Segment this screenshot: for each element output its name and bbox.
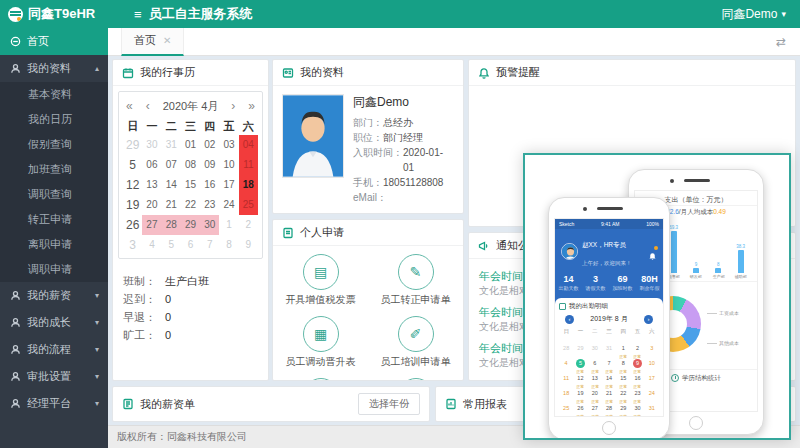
sidebar-group-profile[interactable]: 我的资料 ▴ (0, 55, 108, 82)
calendar-day[interactable]: 12 (123, 175, 142, 195)
field-value: 2020-01-01 (403, 145, 454, 175)
stat-row: 旷工： 0 (123, 326, 258, 344)
mini-day-tag: 正常 (575, 370, 586, 374)
hamburger-menu-icon[interactable]: ≡ (134, 7, 142, 22)
calendar-day[interactable]: 15 (181, 175, 200, 195)
apply-item-icon: ▦ (303, 316, 339, 352)
calendar-day[interactable]: 9 (239, 235, 258, 255)
sidebar-item[interactable]: 我的成长 ▾ (0, 309, 108, 336)
calendar-day[interactable]: 11 (239, 155, 258, 175)
calendar-day[interactable]: 23 (200, 195, 219, 215)
status-bar: Sketch 9:41 AM 100% (555, 219, 663, 229)
app-stats-row: 14 出勤天数 3 请假天数 69 加班时数 80H (555, 271, 663, 298)
clock-label: 9:41 AM (601, 221, 619, 227)
sidebar-subitem[interactable]: 调职查询 (0, 182, 108, 207)
card-header: 我的行事历 (113, 60, 268, 86)
calendar-day[interactable]: 08 (181, 155, 200, 175)
prev-month-button[interactable]: ‹ (146, 99, 150, 113)
calendar-day[interactable]: 29 (181, 215, 200, 235)
app-stat-label: 剩余年假 (636, 285, 663, 292)
calendar-day[interactable]: 8 (219, 235, 238, 255)
apply-item[interactable]: ✎ 员工转正申请单 (381, 254, 451, 306)
calendar-day[interactable]: 03 (219, 135, 238, 155)
mini-day-number: 31 (648, 404, 656, 412)
calendar-day[interactable]: 6 (181, 235, 200, 255)
apply-item[interactable] (398, 378, 434, 381)
sidebar-subitem[interactable]: 我的日历 (0, 107, 108, 132)
refresh-icon[interactable]: ⇄ (776, 35, 786, 49)
calendar-day[interactable]: 29 (123, 135, 142, 155)
card-title: 我的资料 (300, 65, 344, 80)
calendar-day[interactable]: 30 (200, 215, 219, 235)
prev-month-button[interactable]: ‹ (565, 315, 574, 324)
apply-item-label: 员工调动晋升表 (286, 355, 356, 368)
calendar-day[interactable]: 20 (142, 195, 161, 215)
calendar-day[interactable]: 19 (123, 195, 142, 215)
sidebar-subitem[interactable]: 假别查询 (0, 132, 108, 157)
calendar-day[interactable]: 07 (162, 155, 181, 175)
close-icon[interactable]: ✕ (163, 35, 171, 46)
calendar-day[interactable]: 25 (239, 195, 258, 215)
calendar-day[interactable]: 09 (200, 155, 219, 175)
sidebar-subitem[interactable]: 转正申请 (0, 207, 108, 232)
calendar-day[interactable]: 5 (123, 155, 142, 175)
calendar-day[interactable]: 31 (162, 135, 181, 155)
report-icon (445, 398, 457, 410)
calendar-day[interactable]: 16 (200, 175, 219, 195)
calendar-day[interactable]: 02 (200, 135, 219, 155)
sidebar-item-label: 我的薪资 (27, 288, 71, 303)
calendar-day[interactable]: 17 (219, 175, 238, 195)
calendar-day[interactable]: 26 (123, 215, 142, 235)
calendar-day[interactable]: 14 (162, 175, 181, 195)
calendar-day[interactable]: 3 (123, 235, 142, 255)
profile-body: 同鑫Demo 部门： 总经办 职位： 部门经理 (273, 86, 463, 205)
next-month-button[interactable]: › (231, 99, 235, 113)
apply-item[interactable]: ▦ 员工调动晋升表 (286, 316, 356, 368)
calendar-day[interactable]: 21 (162, 195, 181, 215)
calendar-day[interactable]: 06 (142, 155, 161, 175)
calendar-day[interactable]: 10 (219, 155, 238, 175)
mini-day-tag: 正常 (575, 415, 586, 418)
next-month-button[interactable]: › (644, 315, 653, 324)
calendar-day[interactable]: 30 (142, 135, 161, 155)
calendar-day[interactable]: 1 (219, 215, 238, 235)
chevron-down-icon: ▾ (95, 291, 99, 300)
next-year-button[interactable]: » (248, 99, 255, 113)
notification-bell-icon[interactable] (648, 247, 657, 256)
calendar-day[interactable]: 7 (200, 235, 219, 255)
sidebar-subitem[interactable]: 离职申请 (0, 232, 108, 257)
sidebar-item-home[interactable]: 首页 (0, 28, 108, 55)
apply-item-icon: ✎ (398, 254, 434, 290)
home-icon (9, 36, 21, 48)
prev-year-button[interactable]: « (126, 99, 133, 113)
calendar-day[interactable]: 22 (181, 195, 200, 215)
sidebar-item[interactable]: 我的薪资 ▾ (0, 282, 108, 309)
calendar-day[interactable]: 13 (142, 175, 161, 195)
logo-icon (8, 7, 23, 22)
calendar-day[interactable]: 04 (239, 135, 258, 155)
calendar-day[interactable]: 5 (162, 235, 181, 255)
user-menu[interactable]: 同鑫Demo ▾ (721, 6, 786, 23)
calendar-day[interactable]: 27 (142, 215, 161, 235)
copyright-text: 版权所有：同鑫科技有限公司 (117, 431, 247, 442)
sidebar-subitem[interactable]: 调职申请 (0, 257, 108, 282)
sidebar-subitem[interactable]: 加班查询 (0, 157, 108, 182)
select-year-button[interactable]: 选择年份 (358, 393, 420, 415)
employee-photo (282, 94, 344, 178)
callout-label: 工资成本 (719, 310, 739, 316)
sidebar-item[interactable]: 经理平台 ▾ (0, 390, 108, 417)
calendar-day[interactable]: 28 (162, 215, 181, 235)
calendar-day[interactable]: 24 (219, 195, 238, 215)
sidebar-item[interactable]: 审批设置 ▾ (0, 363, 108, 390)
tab-home[interactable]: 首页 ✕ (121, 28, 184, 56)
calendar-day[interactable]: 01 (181, 135, 200, 155)
calendar-day[interactable]: 2 (239, 215, 258, 235)
apply-item[interactable]: ✐ 员工培训申请单 (381, 316, 451, 368)
calendar-day[interactable]: 18 (239, 175, 258, 195)
sidebar-subitem[interactable]: 基本资料 (0, 82, 108, 107)
apply-item[interactable] (303, 378, 339, 381)
apply-item[interactable]: ▤ 开具增值税发票 (286, 254, 356, 306)
calendar-day[interactable]: 4 (142, 235, 161, 255)
chevron-down-icon: ▾ (95, 399, 99, 408)
sidebar-item[interactable]: 我的流程 ▾ (0, 336, 108, 363)
